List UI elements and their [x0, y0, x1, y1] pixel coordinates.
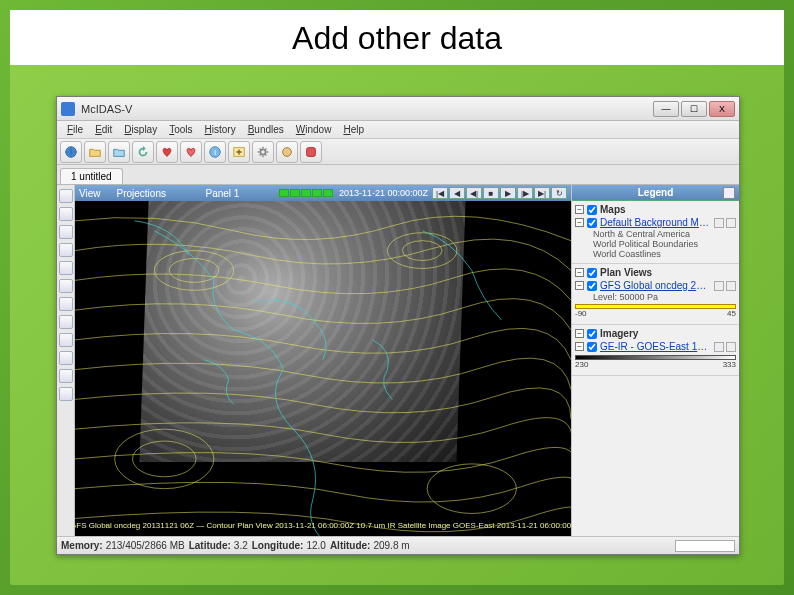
trash-icon[interactable] — [726, 218, 736, 228]
gfs-checkbox[interactable] — [587, 281, 597, 291]
step-back-button[interactable]: ◀| — [466, 187, 482, 199]
collapse-icon[interactable]: − — [575, 281, 584, 290]
heart2-icon[interactable] — [180, 141, 202, 163]
timestamp: 2013-11-21 00:00:00Z — [339, 188, 428, 198]
svg-point-5 — [283, 147, 292, 156]
app-icon — [61, 102, 75, 116]
open-icon[interactable] — [108, 141, 130, 163]
legend-panel: Legend − Maps − Default Background Maps — [571, 185, 739, 536]
menu-history[interactable]: History — [199, 124, 242, 135]
menu-file[interactable]: File — [61, 124, 89, 135]
toolbar: i — [57, 139, 739, 165]
goes-checkbox[interactable] — [587, 342, 597, 352]
app-window: McIDAS-V — ☐ X File Edit Display Tools H… — [56, 96, 740, 555]
refresh-icon[interactable] — [132, 141, 154, 163]
goes-colorbar[interactable]: 230333 — [575, 355, 736, 369]
menu-tools[interactable]: Tools — [163, 124, 198, 135]
sidebar-tool[interactable] — [59, 207, 73, 221]
coastlines — [75, 201, 571, 536]
heart-icon[interactable] — [156, 141, 178, 163]
stop-icon[interactable] — [300, 141, 322, 163]
imagery-checkbox[interactable] — [587, 329, 597, 339]
plus-icon[interactable] — [228, 141, 250, 163]
svg-rect-6 — [307, 147, 316, 156]
slide-title: Add other data — [10, 10, 784, 65]
sidebar-tool[interactable] — [59, 243, 73, 257]
collapse-icon[interactable]: − — [575, 268, 584, 277]
lat-value: 3.2 — [234, 540, 248, 551]
first-frame-button[interactable]: |◀ — [432, 187, 448, 199]
folder-icon[interactable] — [84, 141, 106, 163]
lock-icon[interactable] — [714, 218, 724, 228]
status-box — [675, 540, 735, 552]
legend-title-text: Legend — [638, 187, 674, 198]
view-menu[interactable]: View — [79, 188, 101, 199]
sidebar-tool[interactable] — [59, 333, 73, 347]
lock-icon[interactable] — [714, 342, 724, 352]
menu-bundles[interactable]: Bundles — [242, 124, 290, 135]
sidebar-tool[interactable] — [59, 387, 73, 401]
detach-icon[interactable] — [723, 187, 735, 199]
menu-help[interactable]: Help — [337, 124, 370, 135]
lat-label: Latitude: — [189, 540, 231, 551]
gfs-link[interactable]: GFS Global oncdeg 2013112... — [600, 280, 711, 291]
map-caption: GFS Global oncdeg 20131121 06Z — Contour… — [75, 521, 571, 530]
sidebar-tool[interactable] — [59, 189, 73, 203]
maximize-button[interactable]: ☐ — [681, 101, 707, 117]
sidebar-tool[interactable] — [59, 261, 73, 275]
sidebar-tool[interactable] — [59, 369, 73, 383]
statusbar: Memory:213/405/2866 MB Latitude:3.2 Long… — [57, 536, 739, 554]
sidebar-tool[interactable] — [59, 351, 73, 365]
lock-icon[interactable] — [714, 281, 724, 291]
step-fwd-button[interactable]: |▶ — [517, 187, 533, 199]
lon-value: 12.0 — [306, 540, 325, 551]
last-frame-button[interactable]: ▶| — [534, 187, 550, 199]
close-button[interactable]: X — [709, 101, 735, 117]
info-icon[interactable]: i — [204, 141, 226, 163]
alt-label: Altitude: — [330, 540, 371, 551]
alt-value: 209.8 m — [373, 540, 409, 551]
sidebar-tool[interactable] — [59, 315, 73, 329]
default-bg-link[interactable]: Default Background Maps — [600, 217, 711, 228]
projections-menu[interactable]: Projections — [117, 188, 166, 199]
map-view[interactable]: GFS Global oncdeg 20131121 06Z — Contour… — [75, 201, 571, 536]
legend-group-maps: − Maps − Default Background Maps North &… — [572, 201, 739, 264]
collapse-icon[interactable]: − — [575, 342, 584, 351]
maps-checkbox[interactable] — [587, 205, 597, 215]
app-title: McIDAS-V — [81, 103, 653, 115]
menubar: File Edit Display Tools History Bundles … — [57, 121, 739, 139]
menu-display[interactable]: Display — [118, 124, 163, 135]
collapse-icon[interactable]: − — [575, 205, 584, 214]
sidebar-tool[interactable] — [59, 297, 73, 311]
trash-icon[interactable] — [726, 281, 736, 291]
planviews-checkbox[interactable] — [587, 268, 597, 278]
trash-icon[interactable] — [726, 342, 736, 352]
menu-window[interactable]: Window — [290, 124, 338, 135]
stop-anim-button[interactable]: ■ — [483, 187, 499, 199]
default-bg-checkbox[interactable] — [587, 218, 597, 228]
colorbar-min: 230 — [575, 360, 588, 369]
minimize-button[interactable]: — — [653, 101, 679, 117]
titlebar: McIDAS-V — ☐ X — [57, 97, 739, 121]
collapse-icon[interactable]: − — [575, 218, 584, 227]
tab-untitled[interactable]: 1 untitled — [60, 168, 123, 184]
prev-frame-button[interactable]: ◀ — [449, 187, 465, 199]
play-button[interactable]: ▶ — [500, 187, 516, 199]
goes-link[interactable]: GE-IR - GOES-East 10.7 um I... — [600, 341, 711, 352]
sidebar-tool[interactable] — [59, 225, 73, 239]
legend-title: Legend — [572, 185, 739, 201]
remove-icon[interactable] — [276, 141, 298, 163]
panel-header: View Projections Panel 1 2013-11-21 00:0… — [75, 185, 571, 201]
panel-name: Panel 1 — [182, 188, 263, 199]
sidebar-tool[interactable] — [59, 279, 73, 293]
menu-edit[interactable]: Edit — [89, 124, 118, 135]
gear-icon[interactable] — [252, 141, 274, 163]
maps-label: Maps — [600, 204, 736, 215]
globe-icon[interactable] — [60, 141, 82, 163]
loop-button[interactable]: ↻ — [551, 187, 567, 199]
colorbar-min: -90 — [575, 309, 587, 318]
memory-label: Memory: — [61, 540, 103, 551]
map-layer: World Coastlines — [575, 249, 736, 259]
collapse-icon[interactable]: − — [575, 329, 584, 338]
gfs-colorbar[interactable]: -9045 — [575, 304, 736, 318]
